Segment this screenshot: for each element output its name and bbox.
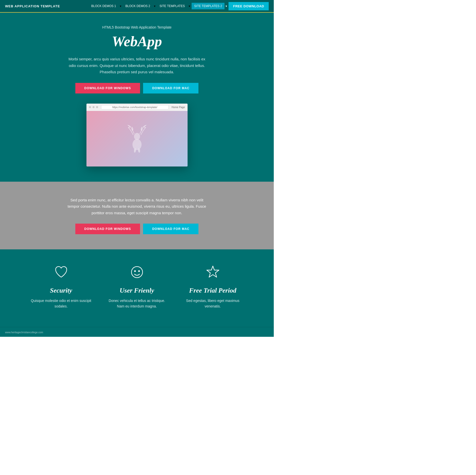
svg-point-7 xyxy=(134,271,135,272)
svg-point-6 xyxy=(131,267,143,278)
browser-dot xyxy=(93,106,95,108)
browser-content xyxy=(86,111,188,167)
browser-url: https://mobirise.com/bootstrap-template/ xyxy=(101,105,169,109)
svg-point-0 xyxy=(134,133,140,140)
browser-mockup: https://mobirise.com/bootstrap-template/… xyxy=(86,104,188,167)
feature-userfriendly-title: User Frienly xyxy=(107,287,167,294)
download-mac-button[interactable]: DOWNLOAD FOR MAC xyxy=(143,83,198,93)
chevron-down-icon: ▼ xyxy=(188,5,191,8)
deer-icon xyxy=(126,125,148,153)
browser-dot xyxy=(89,106,91,108)
hero-description: Morbi semper, arcu quis varius ultricies… xyxy=(66,56,208,75)
footer: www.heritagechristiancollege.com xyxy=(0,327,274,337)
browser-dot xyxy=(96,106,98,108)
gray-section: Sed porta enim nunc, at efficitur lectus… xyxy=(0,182,274,250)
features-grid: Security Quisque molestie odio et enim s… xyxy=(23,265,251,309)
svg-point-8 xyxy=(138,271,140,272)
smiley-icon xyxy=(107,265,167,283)
svg-marker-9 xyxy=(207,266,219,277)
download-windows-button[interactable]: DOWNLOAD FOR WINDOWS xyxy=(75,83,140,93)
feature-security-desc: Quisque molestie odio et enim suscipit s… xyxy=(31,298,92,309)
nav-link-block1[interactable]: BLOCK DEMOS 1 xyxy=(89,3,119,9)
navbar: WEB APPLICATION TEMPLATE BLOCK DEMOS 1 ▼… xyxy=(0,0,274,13)
nav-dropdown-block2[interactable]: BLOCK DEMOS 2 ▼ xyxy=(123,3,156,9)
chevron-down-icon: ▼ xyxy=(153,5,156,8)
gray-download-mac-button[interactable]: DOWNLOAD FOR MAC xyxy=(143,224,198,234)
nav-dropdown-site-templates[interactable]: SITE TEMPLATES ▼ xyxy=(157,3,191,9)
hero-subtitle: HTML5 Bootstrap Web Application Template xyxy=(5,25,269,29)
hero-section: HTML5 Bootstrap Web Application Template… xyxy=(0,13,274,182)
nav-dropdown-block1[interactable]: BLOCK DEMOS 1 ▼ xyxy=(89,3,122,9)
nav-link-site-templates[interactable]: SITE TEMPLATES xyxy=(157,3,187,9)
feature-user-friendly: User Frienly Donec vehicula et tellus ac… xyxy=(107,265,167,309)
gray-buttons: DOWNLOAD FOR WINDOWS DOWNLOAD FOR MAC xyxy=(5,224,269,234)
browser-bar: https://mobirise.com/bootstrap-template/… xyxy=(86,104,188,111)
nav-link-block2[interactable]: BLOCK DEMOS 2 xyxy=(123,3,153,9)
heart-icon xyxy=(31,265,92,283)
svg-rect-4 xyxy=(135,148,136,152)
gray-download-windows-button[interactable]: DOWNLOAD FOR WINDOWS xyxy=(75,224,140,234)
features-section: Security Quisque molestie odio et enim s… xyxy=(0,249,274,327)
feature-userfriendly-desc: Donec vehicula et tellus ac tristique. N… xyxy=(107,298,167,309)
chevron-down-icon: ▼ xyxy=(119,5,122,8)
nav-link-site-templates2[interactable]: SITE TEMPLATES 2 xyxy=(192,3,224,9)
hero-title: WebApp xyxy=(5,33,269,50)
feature-freetrial-title: Free Trial Period xyxy=(183,287,243,294)
nav-brand: WEB APPLICATION TEMPLATE xyxy=(5,4,60,8)
feature-freetrial-desc: Sed egestas, libero eget maximus venenat… xyxy=(183,298,243,309)
svg-rect-5 xyxy=(138,148,139,152)
svg-point-1 xyxy=(132,139,142,150)
feature-free-trial: Free Trial Period Sed egestas, libero eg… xyxy=(183,265,243,309)
hero-buttons: DOWNLOAD FOR WINDOWS DOWNLOAD FOR MAC xyxy=(5,83,269,93)
browser-home-label: Home Page xyxy=(172,106,185,109)
feature-security-title: Security xyxy=(31,287,92,294)
nav-dropdown-site-templates2[interactable]: SITE TEMPLATES 2 ▼ xyxy=(192,3,228,9)
footer-url: www.heritagechristiancollege.com xyxy=(5,331,43,334)
nav-links: BLOCK DEMOS 1 ▼ BLOCK DEMOS 2 ▼ SITE TEM… xyxy=(89,2,269,10)
gray-description: Sed porta enim nunc, at efficitur lectus… xyxy=(66,197,208,216)
star-icon xyxy=(183,265,243,283)
chevron-down-icon: ▼ xyxy=(225,5,228,8)
free-download-button[interactable]: FREE DOWNLOAD xyxy=(229,2,269,10)
feature-security: Security Quisque molestie odio et enim s… xyxy=(31,265,92,309)
